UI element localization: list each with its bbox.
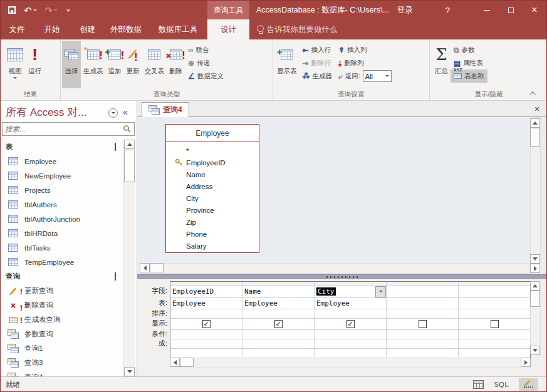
nav-item-table[interactable]: Employee [1,154,123,168]
delete-rows-button[interactable]: ⇥删除行 [300,56,336,70]
scroll-down-arrow[interactable] [530,254,540,264]
nav-item-query-make-table[interactable]: !生成表查询 [1,312,123,327]
scroll-down-arrow[interactable] [530,346,540,355]
grid-horizontal-scrollbar[interactable] [170,358,531,368]
scroll-up-arrow[interactable] [124,140,135,149]
nav-item-table[interactable]: NewEmployee [1,168,123,183]
totals-button[interactable]: Σ 汇总 [432,41,451,88]
nav-scrollbar[interactable] [123,140,135,376]
scroll-left-arrow[interactable] [170,358,180,367]
sign-in-button[interactable]: 登录 [397,5,413,16]
field-cell[interactable] [387,286,458,298]
scroll-up-arrow[interactable] [530,281,540,291]
table-cell[interactable]: Employee [242,298,314,309]
document-tab-query4[interactable]: 查询4 [142,102,189,117]
show-cell[interactable]: ✓ [170,319,242,330]
or-cell[interactable] [315,339,386,349]
delete-columns-button[interactable]: ⤓删除列 [335,56,395,70]
search-icon[interactable] [123,125,132,133]
select-query-button[interactable]: 选择 [62,41,81,88]
maximize-button[interactable] [499,1,523,19]
field-row[interactable]: Zip [175,216,259,228]
or-cell[interactable] [459,339,531,349]
field-cell[interactable]: EmployeeID [170,286,242,298]
scroll-down-arrow[interactable] [124,367,135,376]
show-cell[interactable] [459,319,531,330]
field-row[interactable]: Address [175,180,259,192]
criteria-cell[interactable] [170,330,242,339]
nav-section-queries[interactable]: 查询 [1,269,123,284]
nav-section-tables[interactable]: 表 [1,140,123,154]
or-cell[interactable] [170,339,242,349]
field-row[interactable]: City [175,192,259,204]
redo-button[interactable]: ↷ [45,6,58,15]
sort-cell[interactable] [170,309,242,319]
show-cell[interactable]: ✓ [242,319,314,330]
table-names-button[interactable]: XYZ表名称 [451,70,487,83]
scrollbar-thumb[interactable] [150,263,164,272]
field-cell-active[interactable]: City [315,286,386,298]
close-document-button[interactable]: × [531,103,543,115]
scroll-right-arrow[interactable] [530,264,540,273]
builder-button[interactable]: ⁂生成器 [300,70,336,83]
tab-database-tools[interactable]: 数据库工具 [153,19,203,39]
show-checkbox[interactable]: ✓ [274,320,283,328]
table-cell[interactable] [459,298,531,309]
criteria-cell[interactable] [315,330,386,339]
field-dropdown-button[interactable] [375,286,386,297]
parameters-button[interactable]: ⧉参数 [451,43,487,56]
table-cell[interactable]: Employee [315,298,386,309]
scroll-left-arrow[interactable] [140,263,150,272]
design-horizontal-scrollbar[interactable] [140,263,530,274]
minimize-button[interactable] [475,1,499,19]
nav-menu-dropdown[interactable] [108,108,118,118]
tab-external-data[interactable]: 外部数据 [105,19,147,39]
nav-item-table[interactable]: Projects [1,183,123,197]
insert-columns-button[interactable]: ⇞插入列 [335,43,395,56]
close-button[interactable]: × [523,1,546,19]
tab-design[interactable]: 设计 [207,19,249,39]
design-vertical-scrollbar[interactable] [530,118,541,264]
run-button[interactable]: ! 运行 [26,41,44,88]
tell-me-box[interactable]: 告诉我你想要做什么 [256,19,338,39]
sql-view-button[interactable]: SQL [494,381,509,388]
union-button[interactable]: ∞联合 [185,43,227,56]
show-checkbox[interactable]: ✓ [202,320,211,328]
or-cell[interactable] [242,339,314,349]
table-cell[interactable]: Employee [170,298,242,309]
criteria-cell[interactable] [459,330,531,339]
show-checkbox[interactable]: ✓ [346,320,355,328]
return-top-values-combo[interactable]: All [363,70,392,82]
field-row[interactable]: Name [175,168,259,180]
scroll-right-arrow[interactable] [521,358,531,367]
show-cell[interactable] [387,319,458,330]
nav-item-query-update[interactable]: !更新查询 [1,284,123,298]
or-cell[interactable] [387,339,458,349]
nav-item-query-delete[interactable]: ×!删除查询 [1,298,123,312]
show-checkbox[interactable] [419,320,427,328]
grid-vertical-scrollbar[interactable] [530,281,541,355]
nav-item-query3[interactable]: 查询3 [1,356,123,370]
crosstab-button[interactable]: 交叉表 [142,41,167,88]
delete-query-button[interactable]: ×! 删除 [167,41,185,88]
design-view-button[interactable] [519,378,538,391]
field-row[interactable]: Salary [175,240,259,252]
nav-item-query4[interactable]: 查询4 [1,370,123,376]
datasheet-view-button[interactable] [473,380,484,389]
help-button[interactable]: ? [445,6,450,15]
tab-file[interactable]: 文件 [3,19,31,39]
append-button[interactable]: +! 追加 [106,41,124,88]
data-definition-button[interactable]: ∠数据定义 [185,70,227,83]
insert-rows-button[interactable]: ⇤插入行 [300,43,336,56]
search-input[interactable] [3,125,123,133]
make-table-button[interactable]: *! 生成表 [81,41,106,88]
scroll-up-arrow[interactable] [530,118,540,128]
sort-cell[interactable] [242,309,314,319]
sort-cell[interactable] [315,309,386,319]
field-list-employee[interactable]: Employee * EmployeeID Name Address City … [165,124,259,253]
pass-through-button[interactable]: ⊕传递 [185,56,227,70]
field-cell[interactable] [459,286,531,298]
field-row[interactable]: * [175,145,259,157]
undo-button[interactable]: ↶ [24,6,37,15]
collapse-ribbon-button[interactable] [528,89,539,98]
